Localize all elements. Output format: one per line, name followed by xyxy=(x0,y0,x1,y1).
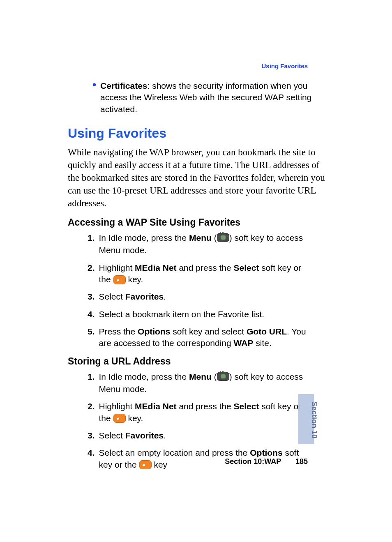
step-item: 3. Select Favorites. xyxy=(88,291,326,302)
page-footer: Section 10:WAP 185 xyxy=(225,457,308,466)
subheading-storing: Storing a URL Address xyxy=(68,356,326,367)
running-header: Using Favorites xyxy=(261,62,308,69)
step-text: In Idle mode, press the Menu (•••) soft … xyxy=(99,371,314,395)
step-item: 2. Highlight MEdia Net and press the Sel… xyxy=(88,262,326,286)
step-item: 2. Highlight MEdia Net and press the Sel… xyxy=(88,401,326,424)
footer-section: Section 10:WAP xyxy=(225,457,281,466)
step-number: 3. xyxy=(88,291,95,302)
steps-storing: 1. In Idle mode, press the Menu (•••) so… xyxy=(88,371,326,471)
step-text: Press the Options soft key and select Go… xyxy=(99,326,314,349)
orange-key-icon xyxy=(113,275,126,284)
step-item: 4. Select a bookmark item on the Favorit… xyxy=(88,309,326,320)
bullet-certificates: • Certificates: shows the security infor… xyxy=(92,80,326,115)
orange-key-icon xyxy=(139,460,152,469)
step-number: 5. xyxy=(88,326,95,349)
step-number: 1. xyxy=(88,232,95,256)
document-page: Using Favorites • Certificates: shows th… xyxy=(0,0,392,542)
subheading-accessing: Accessing a WAP Site Using Favorites xyxy=(68,217,326,228)
bullet-term: Certificates xyxy=(100,81,147,90)
nav-key-icon xyxy=(217,233,229,242)
step-item: 3. Select Favorites. xyxy=(88,430,326,441)
step-text: In Idle mode, press the Menu (•••) soft … xyxy=(99,232,314,256)
step-number: 2. xyxy=(88,401,95,424)
step-number: 1. xyxy=(88,371,95,395)
page-number: 185 xyxy=(295,457,308,466)
side-tab-label: Section 10 xyxy=(310,401,318,438)
orange-key-icon xyxy=(113,414,126,423)
step-text: Select a bookmark item on the Favorite l… xyxy=(99,309,314,320)
step-text: Select Favorites. xyxy=(99,291,314,302)
step-text: Highlight MEdia Net and press the Select… xyxy=(99,262,314,286)
step-number: 2. xyxy=(88,262,95,286)
bullet-dot-icon: • xyxy=(92,80,96,115)
step-number: 3. xyxy=(88,430,95,441)
nav-key-icon xyxy=(217,372,229,381)
intro-paragraph: While navigating the WAP browser, you ca… xyxy=(68,146,326,210)
step-number: 4. xyxy=(88,309,95,320)
step-item: 5. Press the Options soft key and select… xyxy=(88,326,326,349)
steps-accessing: 1. In Idle mode, press the Menu (•••) so… xyxy=(88,232,326,349)
heading-using-favorites: Using Favorites xyxy=(68,126,326,141)
step-item: 1. In Idle mode, press the Menu (•••) so… xyxy=(88,232,326,256)
step-item: 1. In Idle mode, press the Menu (•••) so… xyxy=(88,371,326,395)
step-text: Select Favorites. xyxy=(99,430,314,441)
step-number: 4. xyxy=(88,447,95,471)
step-text: Highlight MEdia Net and press the Select… xyxy=(99,401,314,424)
bullet-text: Certificates: shows the security informa… xyxy=(100,80,326,115)
